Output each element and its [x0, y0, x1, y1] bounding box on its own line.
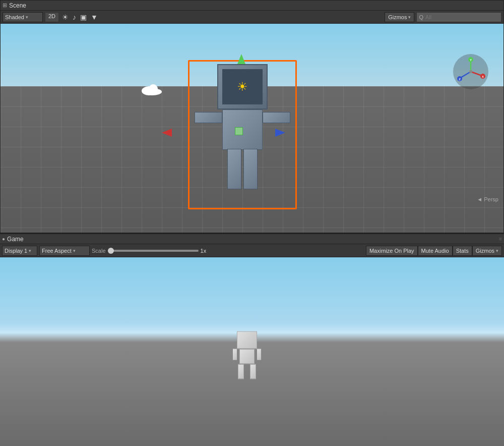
scene-toolbar: Shaded ▾ 2D ☀ ♪ ▣ ▼ Gizmos ▾ Q: [1, 11, 503, 24]
game-char-legs: [237, 364, 257, 379]
scale-slider[interactable]: [108, 250, 199, 252]
game-char-leg-right: [250, 364, 256, 379]
character-sun-icon: ☀: [237, 80, 248, 94]
character-leg-left: [227, 149, 241, 189]
svg-line-6: [461, 72, 471, 78]
svg-point-9: [469, 70, 472, 73]
sun-icon[interactable]: ☀: [61, 12, 70, 22]
game-char-body: [239, 349, 255, 364]
game-tab-label[interactable]: Game: [7, 236, 24, 243]
panel-resize-handle[interactable]: ≡: [499, 236, 502, 242]
search-icon: Q: [419, 14, 423, 20]
scene-tab-icon: ⊞: [3, 2, 7, 9]
transform-x-arrow[interactable]: [162, 129, 172, 137]
game-char-leg-left: [238, 364, 244, 379]
scene-tab-bar: ⊞ Scene: [1, 1, 503, 11]
stats-button[interactable]: Stats: [453, 246, 472, 256]
effects-icon[interactable]: ▣: [79, 12, 88, 22]
game-toolbar-right: Maximize On Play Mute Audio Stats Gizmos…: [366, 246, 502, 256]
gizmo-axis-indicator[interactable]: Y X Z: [453, 54, 488, 89]
svg-text:Z: Z: [459, 78, 461, 81]
scene-viewport[interactable]: ☀ Y: [1, 24, 503, 233]
game-panel: ● Game ≡ Display 1 ▾ Free Aspect ▾ Scale…: [0, 233, 504, 446]
shading-chevron-icon: ▾: [26, 15, 28, 20]
aspect-chevron-icon: ▾: [73, 248, 76, 253]
search-container: Q: [416, 12, 501, 22]
character-arm-right: [263, 112, 290, 123]
display-dropdown[interactable]: Display 1 ▾: [2, 246, 37, 256]
maximize-on-play-button[interactable]: Maximize On Play: [366, 246, 418, 256]
transform-center-handle[interactable]: [235, 127, 243, 135]
svg-text:X: X: [482, 75, 484, 78]
game-tab-bar: ● Game ≡: [0, 234, 504, 244]
character-arm-left: [195, 112, 222, 123]
mute-audio-button[interactable]: Mute Audio: [418, 246, 453, 256]
game-gizmos-dropdown[interactable]: Gizmos ▾: [472, 246, 502, 256]
aspect-dropdown[interactable]: Free Aspect ▾: [39, 246, 90, 256]
game-char-arm-right: [257, 349, 261, 360]
gizmo-background: Y X Z: [453, 54, 488, 89]
persp-label: ◄ Persp: [477, 196, 498, 202]
game-char-head: [237, 331, 257, 349]
display-chevron-icon: ▾: [29, 248, 31, 253]
svg-text:Y: Y: [470, 59, 472, 62]
game-character: [237, 331, 257, 379]
character-head: ☀: [217, 64, 268, 109]
scene-search-input[interactable]: [423, 12, 499, 22]
audio-icon[interactable]: ♪: [72, 12, 77, 22]
svg-line-3: [471, 72, 482, 76]
scale-label: Scale: [92, 248, 106, 254]
game-char-arm-left: [233, 349, 237, 360]
scale-value: 1x: [201, 248, 207, 254]
gizmo-svg: Y X Z: [456, 57, 486, 87]
character-leg-right: [243, 149, 258, 189]
scene-tab-label[interactable]: Scene: [9, 2, 26, 9]
gizmos-chevron-icon: ▾: [408, 15, 411, 20]
game-toolbar: Display 1 ▾ Free Aspect ▾ Scale 1x Maxim…: [0, 244, 504, 257]
shading-mode-dropdown[interactable]: Shaded ▾: [3, 12, 43, 22]
more-icon[interactable]: ▼: [90, 12, 99, 22]
scene-toolbar-right: Gizmos ▾ Q: [385, 12, 501, 22]
character-object[interactable]: ☀: [192, 64, 293, 205]
game-viewport[interactable]: [0, 257, 504, 446]
character-head-screen: ☀: [222, 69, 263, 104]
game-tab-icon: ●: [2, 236, 5, 242]
transform-z-arrow[interactable]: [275, 129, 285, 137]
scene-panel: ⊞ Scene Shaded ▾ 2D ☀ ♪ ▣ ▼ Gizmos ▾ Q: [0, 0, 504, 233]
game-gizmos-chevron-icon: ▾: [496, 248, 498, 253]
gizmos-dropdown[interactable]: Gizmos ▾: [385, 12, 414, 22]
two-d-button[interactable]: 2D: [45, 12, 59, 22]
transform-y-arrow[interactable]: [237, 54, 245, 64]
